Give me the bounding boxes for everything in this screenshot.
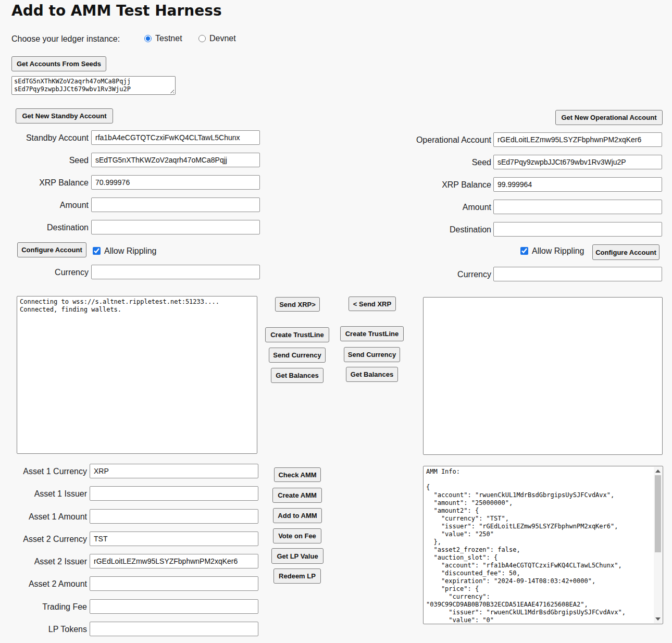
scrollbar-down-icon[interactable] bbox=[655, 617, 661, 621]
standby-allow-rippling-checkbox[interactable] bbox=[93, 247, 101, 255]
ledger-instance-label: Choose your ledger instance: bbox=[11, 34, 120, 44]
trading-fee-input[interactable] bbox=[90, 599, 258, 614]
asset1-issuer-label: Asset 1 Issuer bbox=[0, 489, 87, 499]
asset2-issuer-label: Asset 2 Issuer bbox=[0, 557, 87, 566]
testnet-radio[interactable] bbox=[144, 35, 152, 42]
operational-account-input[interactable] bbox=[493, 132, 662, 147]
asset1-amount-label: Asset 1 Amount bbox=[0, 512, 87, 522]
asset1-currency-input[interactable] bbox=[90, 464, 258, 478]
lp-tokens-input[interactable] bbox=[90, 622, 258, 636]
get-new-standby-account-button[interactable]: Get New Standby Account bbox=[16, 108, 113, 123]
operational-create-trustline-button[interactable]: Create TrustLine bbox=[340, 326, 404, 341]
standby-xrp-balance-input[interactable] bbox=[91, 175, 260, 190]
get-new-operational-account-button[interactable]: Get New Operational Account bbox=[555, 110, 663, 125]
get-lp-value-button[interactable]: Get LP Value bbox=[271, 548, 323, 564]
operational-destination-label: Destination bbox=[313, 225, 491, 234]
scrollbar[interactable] bbox=[654, 467, 662, 623]
operational-seed-label: Seed bbox=[313, 157, 491, 167]
operational-results-textarea[interactable] bbox=[423, 297, 663, 455]
operational-amount-label: Amount bbox=[313, 202, 491, 212]
amm-info-textarea[interactable]: AMM Info: { "account": "rwuenCkUL1MdrBsd… bbox=[423, 466, 663, 624]
operational-seed-input[interactable] bbox=[493, 155, 662, 169]
operational-allow-rippling-label[interactable]: Allow Rippling bbox=[532, 246, 584, 256]
operational-xrp-balance-label: XRP Balance bbox=[313, 180, 491, 190]
standby-send-currency-button[interactable]: Send Currency bbox=[269, 348, 326, 363]
standby-account-label: Standby Account bbox=[0, 133, 89, 143]
standby-configure-account-button[interactable]: Configure Account bbox=[17, 242, 86, 257]
operational-destination-input[interactable] bbox=[493, 222, 662, 237]
amm-test-harness-page: Add to AMM Test Harness Choose your ledg… bbox=[0, 0, 672, 643]
standby-amount-input[interactable] bbox=[91, 197, 260, 212]
create-amm-button[interactable]: Create AMM bbox=[272, 488, 322, 503]
asset2-amount-label: Asset 2 Amount bbox=[0, 579, 87, 589]
standby-destination-label: Destination bbox=[0, 222, 89, 232]
operational-account-label: Operational Account bbox=[313, 135, 491, 145]
standby-amount-label: Amount bbox=[0, 200, 89, 210]
redeem-lp-button[interactable]: Redeem LP bbox=[273, 568, 321, 584]
standby-currency-input[interactable] bbox=[91, 265, 260, 279]
standby-currency-label: Currency bbox=[0, 267, 89, 277]
scrollbar-up-icon[interactable] bbox=[655, 469, 661, 473]
standby-get-balances-button[interactable]: Get Balances bbox=[271, 368, 323, 383]
operational-get-balances-button[interactable]: Get Balances bbox=[346, 367, 398, 382]
operational-configure-account-button[interactable]: Configure Account bbox=[592, 244, 659, 260]
standby-account-input[interactable] bbox=[91, 130, 260, 145]
get-accounts-from-seeds-button[interactable]: Get Accounts From Seeds bbox=[11, 56, 106, 71]
operational-send-currency-button[interactable]: Send Currency bbox=[344, 347, 400, 362]
asset2-currency-label: Asset 2 Currency bbox=[0, 534, 87, 544]
lp-tokens-label: LP Tokens bbox=[0, 624, 87, 634]
asset1-currency-label: Asset 1 Currency bbox=[0, 466, 87, 476]
check-amm-button[interactable]: Check AMM bbox=[274, 467, 321, 482]
operational-currency-label: Currency bbox=[313, 269, 491, 279]
resize-grip-icon[interactable] bbox=[169, 88, 174, 93]
operational-amount-input[interactable] bbox=[493, 200, 662, 214]
testnet-label[interactable]: Testnet bbox=[155, 33, 182, 43]
operational-currency-input[interactable] bbox=[493, 267, 662, 281]
vote-on-fee-button[interactable]: Vote on Fee bbox=[273, 528, 321, 543]
standby-create-trustline-button[interactable]: Create TrustLine bbox=[265, 327, 329, 342]
operational-allow-rippling-checkbox[interactable] bbox=[520, 247, 528, 255]
standby-seed-label: Seed bbox=[0, 155, 89, 165]
devnet-radio[interactable] bbox=[198, 35, 206, 42]
standby-seed-input[interactable] bbox=[91, 153, 260, 167]
operational-xrp-balance-input[interactable] bbox=[493, 177, 662, 192]
seeds-textarea[interactable]: sEdTG5nXThKWZoV2aqrh47oMCa8Pqjj sEd7Pqy9… bbox=[11, 76, 176, 95]
asset2-issuer-input[interactable] bbox=[90, 554, 258, 568]
standby-xrp-balance-label: XRP Balance bbox=[0, 178, 89, 188]
standby-destination-input[interactable] bbox=[91, 220, 260, 234]
standby-results-textarea[interactable]: Connecting to wss://s.altnet.rippletest.… bbox=[17, 296, 257, 454]
devnet-label[interactable]: Devnet bbox=[209, 33, 236, 43]
asset2-amount-input[interactable] bbox=[90, 576, 258, 591]
trading-fee-label: Trading Fee bbox=[0, 602, 87, 612]
page-title: Add to AMM Test Harness bbox=[11, 2, 222, 19]
send-xrp-to-operational-button[interactable]: Send XRP> bbox=[275, 297, 320, 312]
asset1-issuer-input[interactable] bbox=[90, 486, 258, 501]
asset1-amount-input[interactable] bbox=[90, 509, 258, 524]
standby-allow-rippling-label[interactable]: Allow Rippling bbox=[104, 246, 157, 256]
add-to-amm-button[interactable]: Add to AMM bbox=[273, 508, 322, 523]
asset2-currency-input[interactable] bbox=[90, 531, 258, 546]
scrollbar-thumb[interactable] bbox=[655, 475, 661, 552]
send-xrp-to-standby-button[interactable]: < Send XRP bbox=[349, 296, 396, 311]
